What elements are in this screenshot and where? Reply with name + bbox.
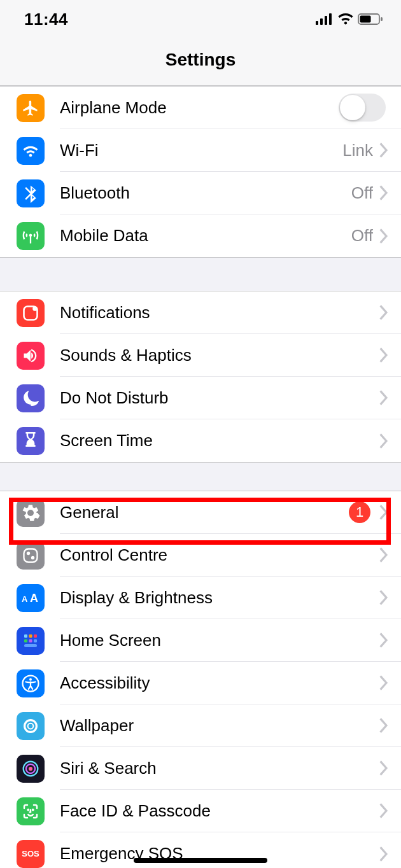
airplane-toggle[interactable] — [339, 94, 386, 122]
chevron-right-icon — [379, 185, 388, 200]
row-label: Notifications — [60, 303, 379, 323]
row-label: Face ID & Passcode — [60, 801, 379, 821]
row-home-screen[interactable]: Home Screen — [0, 619, 401, 662]
notifications-icon — [17, 299, 45, 327]
chevron-right-icon — [379, 675, 388, 690]
face-id-icon — [17, 797, 45, 825]
row-accessibility[interactable]: Accessibility — [0, 662, 401, 704]
svg-point-25 — [24, 720, 37, 732]
status-time: 11:44 — [24, 10, 68, 29]
chevron-right-icon — [379, 718, 388, 733]
row-label: Home Screen — [60, 631, 379, 650]
row-mobile-data[interactable]: Mobile Data Off — [0, 214, 401, 257]
svg-rect-3 — [329, 13, 332, 25]
page-header: Settings — [0, 38, 401, 86]
svg-point-28 — [29, 766, 32, 770]
row-sounds[interactable]: Sounds & Haptics — [0, 334, 401, 377]
siri-icon — [17, 755, 45, 783]
svg-rect-1 — [320, 18, 323, 25]
row-label: Screen Time — [60, 431, 379, 451]
row-label: Sounds & Haptics — [60, 346, 379, 365]
status-bar: 11:44 — [0, 0, 401, 38]
svg-rect-9 — [24, 549, 38, 562]
chevron-right-icon — [379, 305, 388, 320]
chevron-right-icon — [379, 760, 388, 776]
row-siri-search[interactable]: Siri & Search — [0, 747, 401, 790]
svg-point-10 — [27, 551, 30, 554]
svg-rect-15 — [24, 634, 27, 638]
chevron-right-icon — [379, 143, 388, 158]
row-label: Siri & Search — [60, 759, 379, 778]
row-notifications[interactable]: Notifications — [0, 291, 401, 334]
cellular-icon — [316, 13, 334, 25]
svg-text:SOS: SOS — [22, 849, 39, 858]
row-label: General — [60, 503, 349, 522]
row-label: Do Not Disturb — [60, 388, 379, 408]
gear-icon — [17, 499, 45, 527]
chevron-right-icon — [379, 228, 388, 244]
section-connectivity: Airplane Mode Wi-Fi Link Bluetooth Off M… — [0, 86, 401, 258]
svg-rect-16 — [29, 634, 32, 638]
svg-rect-5 — [360, 16, 371, 23]
row-label: Wallpaper — [60, 716, 379, 736]
chevron-right-icon — [379, 390, 388, 405]
chevron-right-icon — [379, 590, 388, 605]
row-screen-time[interactable]: Screen Time — [0, 419, 401, 462]
row-do-not-disturb[interactable]: Do Not Disturb — [0, 377, 401, 419]
chevron-right-icon — [379, 803, 388, 818]
row-airplane-mode[interactable]: Airplane Mode — [0, 87, 401, 129]
row-face-id[interactable]: Face ID & Passcode — [0, 790, 401, 832]
chevron-right-icon — [379, 347, 388, 363]
row-label: Bluetooth — [60, 183, 351, 203]
page-title: Settings — [0, 50, 401, 70]
svg-rect-17 — [34, 634, 37, 638]
svg-rect-6 — [381, 17, 383, 21]
svg-text:A: A — [22, 594, 28, 604]
wifi-settings-icon — [17, 137, 45, 165]
airplane-icon — [17, 94, 45, 122]
svg-point-11 — [31, 556, 34, 559]
row-label: Airplane Mode — [60, 98, 339, 118]
chevron-right-icon — [379, 846, 388, 862]
chevron-right-icon — [379, 547, 388, 563]
row-wifi[interactable]: Wi-Fi Link — [0, 129, 401, 172]
notification-badge: 1 — [349, 501, 370, 523]
section-general: General 1 Control Centre AA Display & Br… — [0, 491, 401, 868]
svg-rect-19 — [29, 639, 32, 642]
chevron-right-icon — [379, 633, 388, 648]
home-indicator[interactable] — [134, 858, 267, 863]
svg-rect-18 — [24, 639, 27, 642]
svg-rect-2 — [325, 16, 327, 25]
hourglass-icon — [17, 427, 45, 455]
home-screen-icon — [17, 627, 45, 655]
row-control-centre[interactable]: Control Centre — [0, 534, 401, 577]
row-general[interactable]: General 1 — [0, 491, 401, 534]
row-label: Display & Brightness — [60, 588, 379, 608]
wallpaper-icon — [17, 712, 45, 740]
svg-rect-20 — [34, 639, 37, 642]
wifi-icon — [337, 13, 354, 25]
svg-point-24 — [28, 723, 34, 729]
row-label: Wi-Fi — [60, 141, 342, 160]
row-value: Off — [351, 226, 373, 246]
row-wallpaper[interactable]: Wallpaper — [0, 704, 401, 747]
svg-point-29 — [28, 809, 29, 810]
sos-icon: SOS — [17, 840, 45, 868]
svg-point-8 — [32, 306, 37, 311]
svg-point-30 — [32, 809, 34, 810]
control-centre-icon — [17, 542, 45, 570]
status-indicators — [316, 13, 383, 25]
svg-rect-0 — [316, 21, 318, 25]
svg-point-23 — [29, 678, 32, 680]
moon-icon — [17, 384, 45, 412]
row-value: Off — [351, 183, 373, 203]
battery-icon — [358, 13, 383, 25]
sounds-icon — [17, 342, 45, 370]
mobile-data-icon — [17, 222, 45, 250]
row-bluetooth[interactable]: Bluetooth Off — [0, 172, 401, 214]
row-label: Accessibility — [60, 673, 379, 693]
section-notifications: Notifications Sounds & Haptics Do Not Di… — [0, 291, 401, 463]
svg-text:A: A — [30, 592, 38, 605]
accessibility-icon — [17, 669, 45, 697]
row-display-brightness[interactable]: AA Display & Brightness — [0, 577, 401, 619]
